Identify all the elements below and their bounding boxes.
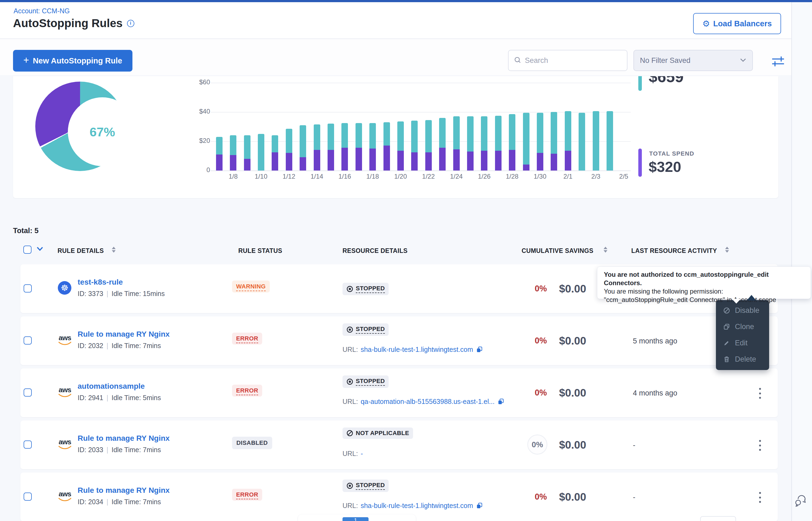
- rule-status-badge: WARNING: [232, 280, 270, 293]
- rule-id: ID: 2034: [78, 498, 103, 505]
- savings-segment: [369, 123, 376, 149]
- copy-icon[interactable]: [476, 346, 483, 353]
- resource-url-link[interactable]: -: [361, 450, 363, 458]
- row-checkbox[interactable]: [24, 440, 32, 449]
- row-context-menu: DisableCloneEditDelete: [716, 300, 769, 370]
- x-tick-label: 2/3: [589, 173, 603, 180]
- edit-icon: [723, 339, 730, 347]
- rule-id-idle: ID: 2032|Idle Time: 7mins: [78, 342, 161, 350]
- row-menu-kebab-icon[interactable]: [754, 439, 765, 451]
- resource-url-line: URL:sha-bulk-rule-test-1.lightwingtest.c…: [342, 502, 483, 509]
- savings-amount: $0.00: [559, 335, 586, 347]
- row-checkbox[interactable]: [24, 336, 32, 344]
- bar-1/20: [397, 121, 404, 171]
- sort-icon[interactable]: [603, 247, 607, 253]
- help-chat-icon[interactable]: [793, 493, 808, 508]
- savings-amount: $0.00: [559, 491, 586, 503]
- resource-url-link[interactable]: sha-bulk-rule-test-1.lightwingtest.com: [361, 346, 473, 354]
- bar-1/13: [300, 125, 306, 171]
- filter-sliders-icon[interactable]: [771, 54, 785, 68]
- rule-name-link[interactable]: Rule to manage RY Nginx: [78, 486, 170, 495]
- bar-1/26: [481, 116, 487, 171]
- row-menu-kebab-icon[interactable]: [754, 387, 765, 399]
- bar-1/16: [341, 123, 348, 171]
- savings-segment: [230, 135, 236, 155]
- savings-percent: 0%: [501, 284, 547, 294]
- rule-name-link[interactable]: test-k8s-rule: [78, 278, 123, 287]
- savings-segment: [314, 124, 320, 150]
- resource-url-link[interactable]: qa-automation-alb-515563988.us-east-1.el…: [361, 398, 494, 406]
- savings-segment: [565, 111, 571, 151]
- total-spend-swatch: [638, 149, 642, 177]
- row-checkbox[interactable]: [24, 388, 32, 397]
- spend-segment: [551, 154, 557, 171]
- url-label: URL:: [342, 346, 358, 354]
- sort-icon[interactable]: [725, 247, 729, 253]
- url-label: URL:: [342, 398, 358, 406]
- row-checkbox[interactable]: [24, 285, 32, 293]
- resource-state-badge: NOT APPLICABLE: [342, 428, 413, 439]
- savings-segment: [356, 123, 362, 148]
- savings-segment: [439, 118, 446, 148]
- aws-icon: aws: [57, 438, 72, 450]
- row-checkbox[interactable]: [24, 493, 32, 501]
- select-menu-chevron-icon[interactable]: [36, 247, 43, 252]
- col-resource-details[interactable]: RESOURCE DETAILS: [342, 247, 408, 254]
- stopped-icon: [346, 378, 354, 385]
- info-icon[interactable]: i: [127, 20, 134, 27]
- col-rule-status[interactable]: RULE STATUS: [238, 247, 282, 254]
- new-autostopping-rule-button[interactable]: + New AutoStopping Rule: [13, 50, 132, 72]
- resource-url-link[interactable]: sha-bulk-rule-test-1.lightwingtest.com: [361, 502, 473, 509]
- rule-name-link[interactable]: automationsample: [78, 382, 145, 391]
- rule-name-link[interactable]: Rule to manage RY Nginx: [78, 434, 170, 443]
- rule-name-link[interactable]: Rule to manage RY Nginx: [78, 330, 170, 339]
- bar-1/29: [523, 113, 530, 171]
- menu-item-edit[interactable]: Edit: [716, 335, 769, 351]
- dot: [759, 501, 761, 503]
- bar-1/27: [495, 116, 501, 171]
- table-row: awsautomationsampleID: 2941|Idle Time: 5…: [20, 368, 778, 417]
- bar-1/23: [439, 118, 446, 171]
- savings-amount: $0.00: [559, 283, 586, 295]
- menu-item-delete[interactable]: Delete: [716, 351, 769, 367]
- bar-1/14: [314, 124, 320, 171]
- bar-1/31: [551, 112, 557, 171]
- search-box: [508, 50, 627, 71]
- pagination-current-page[interactable]: 1: [342, 517, 368, 521]
- spend-segment: [509, 150, 515, 171]
- bar-1/11: [272, 135, 278, 171]
- spend-segment: [327, 150, 334, 171]
- load-balancers-button[interactable]: ⚙ Load Balancers: [693, 13, 781, 34]
- bar-1/9: [244, 135, 251, 171]
- url-label: URL:: [342, 502, 358, 509]
- menu-item-disable[interactable]: Disable: [716, 302, 769, 318]
- sort-icon[interactable]: [112, 247, 115, 253]
- summary-chart-card: 67% $60 $40 $20 0 1/81/101/121/141/161/1…: [13, 76, 778, 198]
- savings-segment: [341, 123, 348, 148]
- search-input[interactable]: [525, 56, 617, 65]
- y-tick: $40: [187, 108, 210, 115]
- menu-item-label: Delete: [735, 355, 756, 363]
- stacked-bar-chart: [212, 83, 631, 171]
- breadcrumb-account[interactable]: Account: CCM-NG: [14, 7, 70, 15]
- resource-state-badge: STOPPED: [342, 283, 389, 295]
- col-rule-details[interactable]: RULE DETAILS: [58, 247, 104, 254]
- spend-segment: [481, 151, 487, 171]
- table-row: awsRule to manage RY NginxID: 2032|Idle …: [20, 316, 778, 365]
- copy-icon[interactable]: [476, 502, 483, 509]
- menu-item-clone[interactable]: Clone: [716, 318, 769, 335]
- spend-segment: [341, 148, 348, 171]
- col-last-resource-activity[interactable]: LAST RESOURCE ACTIVITY: [631, 247, 717, 254]
- page-size-select[interactable]: [700, 516, 736, 521]
- rule-idle-time: Idle Time: 7mins: [111, 342, 161, 349]
- saved-filter-select[interactable]: No Filter Saved: [634, 50, 753, 71]
- spend-segment: [272, 152, 278, 171]
- savings-segment: [579, 113, 585, 171]
- copy-icon[interactable]: [497, 398, 505, 405]
- select-all-checkbox[interactable]: [23, 246, 31, 254]
- col-cumulative-savings[interactable]: CUMULATIVE SAVINGS: [521, 247, 593, 254]
- x-tick-label: 1/14: [310, 173, 324, 180]
- rule-status-badge: ERROR: [232, 489, 262, 501]
- not-applicable-icon: [346, 430, 354, 437]
- row-menu-kebab-icon[interactable]: [754, 492, 765, 503]
